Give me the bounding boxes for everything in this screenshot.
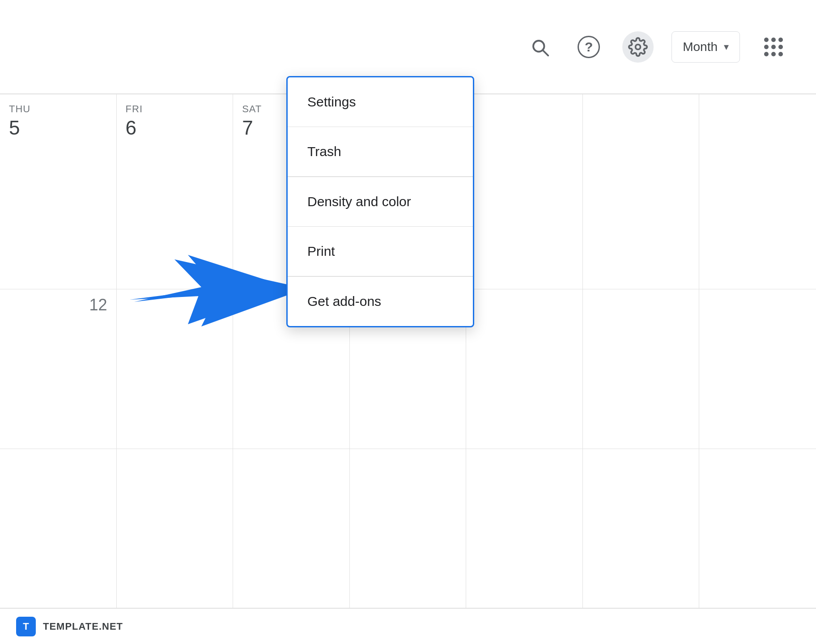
calendar-day-thu-header: THU 5 <box>0 94 117 289</box>
calendar-cell-12[interactable]: 12 <box>0 289 117 449</box>
calendar-cell-r2-6[interactable] <box>583 289 700 449</box>
svg-point-0 <box>533 41 544 52</box>
day-label-thu: THU <box>9 103 107 115</box>
brand-logo-icon: T <box>16 617 36 636</box>
date-number-12: 12 <box>89 296 107 314</box>
calendar-cell-r2-7[interactable] <box>699 289 816 449</box>
search-icon <box>530 38 549 56</box>
calendar-cell-empty-4 <box>699 94 816 289</box>
day-label-fri: FRI <box>126 103 224 115</box>
view-selector-label: Month <box>683 40 718 54</box>
search-button[interactable] <box>524 31 555 63</box>
grid-dots-icon <box>764 38 783 56</box>
settings-button[interactable] <box>622 31 654 63</box>
calendar-cell-r3-7[interactable] <box>699 449 816 608</box>
svg-point-2 <box>636 44 641 49</box>
calendar-cell-r3-6[interactable] <box>583 449 700 608</box>
day-number-6: 6 <box>126 117 224 139</box>
apps-grid-button[interactable] <box>758 31 789 63</box>
help-button[interactable]: ? <box>573 31 604 63</box>
footer-branding: T TEMPLATE.NET <box>0 608 816 644</box>
menu-item-print[interactable]: Print <box>288 227 473 276</box>
brand-name-text: TEMPLATE.NET <box>43 621 123 632</box>
day-number-5: 5 <box>9 117 107 139</box>
calendar-cell-empty-2 <box>466 94 583 289</box>
menu-item-density-color[interactable]: Density and color <box>288 177 473 227</box>
svg-line-1 <box>544 51 548 55</box>
chevron-down-icon: ▾ <box>724 41 729 53</box>
help-icon: ? <box>578 36 600 58</box>
view-selector-dropdown[interactable]: Month ▾ <box>672 31 740 63</box>
calendar-cell-r3-2[interactable] <box>117 449 234 608</box>
menu-item-get-addons[interactable]: Get add-ons <box>288 277 473 326</box>
calendar-cell-r3-5[interactable] <box>466 449 583 608</box>
calendar-cell-r3-1[interactable] <box>0 449 117 608</box>
calendar-cell-r2-5[interactable] <box>466 289 583 449</box>
gear-icon <box>628 37 648 57</box>
calendar-cell-r3-3[interactable] <box>233 449 350 608</box>
menu-item-settings[interactable]: Settings <box>288 77 473 127</box>
menu-item-trash[interactable]: Trash <box>288 127 473 177</box>
arrow-pointer <box>130 255 300 326</box>
calendar-cell-empty-3 <box>583 94 700 289</box>
calendar-cell-r3-4[interactable] <box>350 449 467 608</box>
settings-dropdown-menu: Settings Trash Density and color Print G… <box>286 76 474 327</box>
svg-marker-4 <box>134 259 295 324</box>
